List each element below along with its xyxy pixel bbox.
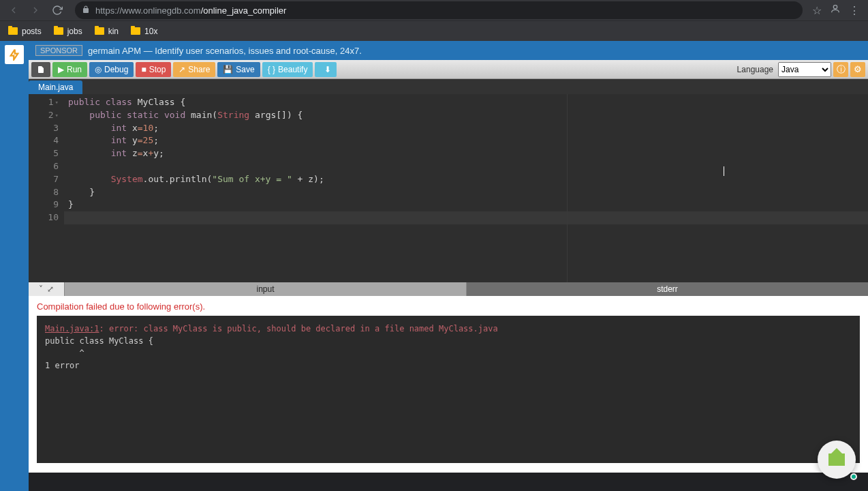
new-file-button[interactable] [31,62,50,77]
toolbar: ▶Run ◎Debug ■Stop ↗Share 💾Save { }Beauti… [29,60,868,79]
folder-icon [8,27,18,35]
gear-icon: ⚙ [854,64,862,74]
gutter: 1▾ 2▾ 3 4 5 6 7 8 9 10 [29,94,64,282]
sponsor-text[interactable]: germain APM — Identify user scenarios, i… [88,46,362,56]
star-icon[interactable]: ☆ [812,4,822,17]
debug-button[interactable]: ◎Debug [89,62,134,77]
braces-icon: { } [268,65,275,74]
panel-controls: ˅ ⤢ [29,282,64,296]
url-text: https://www.onlinegdb.com/online_java_co… [95,5,286,16]
bookmark-item[interactable]: kin [95,27,119,36]
code-content[interactable]: public class MyClass { public static voi… [64,94,324,282]
chat-widget[interactable] [818,441,856,479]
save-icon: 💾 [223,65,233,74]
play-icon: ▶ [58,65,64,74]
logo[interactable] [5,45,24,64]
info-icon: ⓘ [837,63,846,76]
cursor [724,166,724,176]
side-strip [0,41,29,491]
svg-point-0 [833,5,837,9]
stop-icon: ■ [141,65,146,74]
chat-icon [828,453,845,466]
code-editor[interactable]: 1▾ 2▾ 3 4 5 6 7 8 9 10 public class MyCl… [29,94,868,282]
settings-button[interactable]: ⚙ [850,62,865,77]
back-button[interactable] [5,2,22,18]
menu-icon[interactable]: ⋮ [849,4,860,17]
info-button[interactable]: ⓘ [833,62,848,77]
output-panel: Compilation failed due to following erro… [29,296,868,473]
save-button[interactable]: 💾Save [217,62,260,77]
share-icon: ↗ [179,65,185,74]
reload-button[interactable] [49,2,65,18]
online-indicator [850,473,857,480]
beautify-button[interactable]: { }Beautify [262,62,313,77]
file-tab[interactable]: Main.java [29,80,82,94]
stderr-tab[interactable]: stderr [466,282,868,296]
download-icon: ⬇ [324,65,331,74]
address-bar[interactable]: https://www.onlinegdb.com/online_java_co… [75,1,803,19]
console-output[interactable]: Main.java:1: error: class MyClass is pub… [37,316,860,463]
bookmarks-bar: posts jobs kin 10x [0,20,868,41]
sponsor-badge: SPONSOR [35,45,82,56]
expand-icon[interactable]: ⤢ [47,284,54,294]
stop-button[interactable]: ■Stop [136,62,171,77]
folder-icon [131,27,140,35]
bookmark-item[interactable]: 10x [131,27,157,36]
bookmark-item[interactable]: posts [8,27,42,36]
forward-button[interactable] [27,2,44,18]
input-tab[interactable]: input [64,282,466,296]
target-icon: ◎ [95,65,102,74]
language-select[interactable]: Java [778,62,831,77]
download-button[interactable]: ⬇ [315,62,337,77]
lock-icon [82,5,90,16]
folder-icon [95,27,104,35]
sponsor-bar: SPONSOR germain APM — Identify user scen… [29,41,868,60]
chevron-down-icon[interactable]: ˅ [39,284,43,294]
compile-error-header: Compilation failed due to following erro… [37,301,860,312]
bookmark-item[interactable]: jobs [54,27,82,36]
folder-icon [54,27,63,35]
run-button[interactable]: ▶Run [52,62,87,77]
share-button[interactable]: ↗Share [173,62,215,77]
language-label: Language [737,65,773,74]
account-icon[interactable] [830,3,841,17]
